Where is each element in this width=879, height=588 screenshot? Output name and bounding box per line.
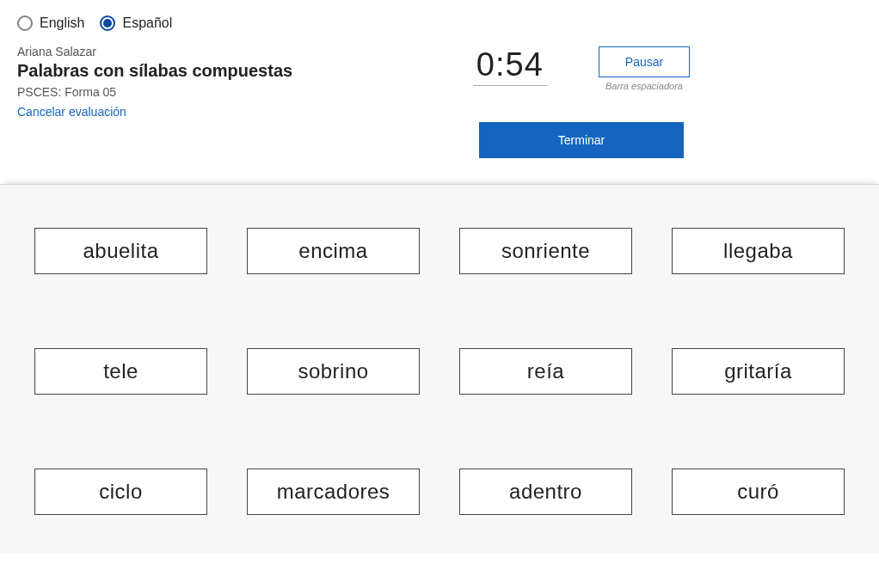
- word-card[interactable]: marcadores: [247, 469, 420, 515]
- lang-label: Español: [122, 15, 172, 31]
- radio-icon: [17, 15, 33, 31]
- lang-option-espanol[interactable]: Español: [100, 15, 172, 31]
- pause-button[interactable]: Pausar: [599, 46, 690, 77]
- word-card[interactable]: ciclo: [34, 469, 207, 515]
- assessment-title: Palabras con sílabas compuestas: [17, 60, 301, 82]
- word-card[interactable]: encima: [247, 228, 420, 274]
- word-grid-section: abuelitaencimasonrientellegabatelesobrin…: [0, 184, 879, 554]
- word-card[interactable]: reía: [459, 348, 632, 395]
- word-card[interactable]: sonriente: [459, 228, 632, 274]
- lang-option-english[interactable]: English: [17, 15, 84, 31]
- student-name: Ariana Salazar: [17, 45, 301, 58]
- word-card[interactable]: abuelita: [34, 228, 207, 274]
- word-card[interactable]: llegaba: [672, 228, 845, 274]
- word-card[interactable]: gritaría: [672, 348, 845, 395]
- finish-button[interactable]: Terminar: [479, 122, 684, 158]
- radio-icon: [100, 15, 115, 31]
- spacebar-hint: Barra espaciadora: [605, 81, 683, 91]
- lang-label: English: [40, 15, 84, 31]
- word-card[interactable]: curó: [672, 469, 845, 515]
- word-card[interactable]: adentro: [459, 469, 632, 515]
- language-toggle: English Español: [17, 15, 862, 31]
- word-card[interactable]: tele: [34, 348, 207, 395]
- cancel-evaluation-link[interactable]: Cancelar evaluación: [17, 105, 126, 119]
- form-id: PSCES: Forma 05: [17, 85, 301, 99]
- timer-display: 0:54: [473, 46, 547, 86]
- word-card[interactable]: sobrino: [247, 348, 420, 395]
